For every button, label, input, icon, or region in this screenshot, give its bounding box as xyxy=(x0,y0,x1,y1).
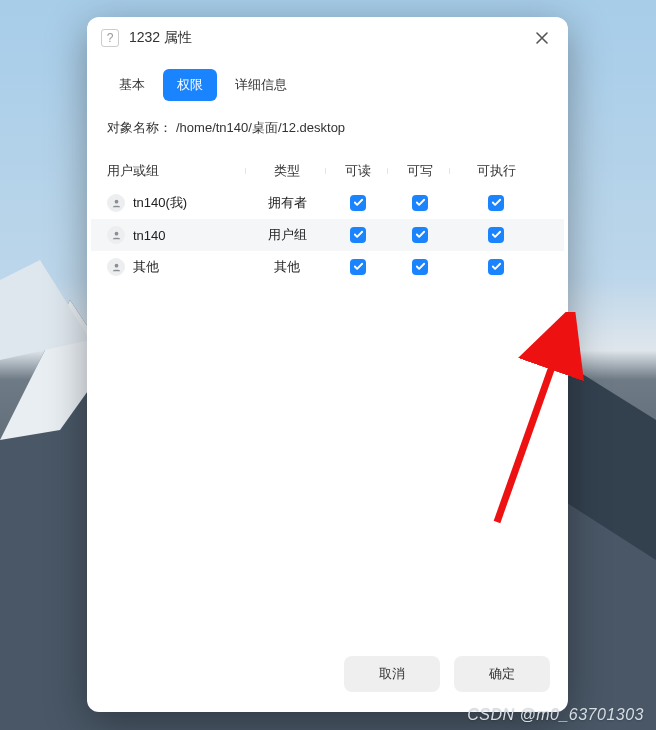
window-title: 1232 属性 xyxy=(129,29,192,47)
watermark-text: CSDN @m0_63701303 xyxy=(467,706,644,724)
table-row: 其他 其他 xyxy=(91,251,564,283)
cancel-button[interactable]: 取消 xyxy=(344,656,440,692)
desktop-wallpaper: ? 1232 属性 基本 权限 详细信息 对象名称： /home/tn140/桌… xyxy=(0,0,656,730)
checkbox-read[interactable] xyxy=(350,227,366,243)
tab-details[interactable]: 详细信息 xyxy=(221,69,301,101)
header-user-or-group: 用户或组 xyxy=(107,162,247,180)
svg-line-7 xyxy=(497,330,565,522)
annotation-arrow-icon xyxy=(387,312,607,532)
row-type: 其他 xyxy=(247,258,327,276)
permissions-table: 用户或组 类型 可读 可写 可执行 tn140(我) 拥有者 tn1 xyxy=(87,155,568,283)
tab-permissions[interactable]: 权限 xyxy=(163,69,217,101)
dialog-footer: 取消 确定 xyxy=(87,640,568,712)
row-type: 用户组 xyxy=(247,226,327,244)
header-type: 类型 xyxy=(247,162,327,180)
user-icon xyxy=(107,258,125,276)
user-icon xyxy=(107,194,125,212)
checkbox-exec[interactable] xyxy=(488,227,504,243)
checkbox-write[interactable] xyxy=(412,227,428,243)
permissions-header-row: 用户或组 类型 可读 可写 可执行 xyxy=(91,155,564,187)
checkbox-exec[interactable] xyxy=(488,195,504,211)
checkbox-read[interactable] xyxy=(350,259,366,275)
row-name: tn140 xyxy=(133,228,166,243)
svg-point-5 xyxy=(114,231,118,235)
properties-dialog: ? 1232 属性 基本 权限 详细信息 对象名称： /home/tn140/桌… xyxy=(87,17,568,712)
row-name: 其他 xyxy=(133,258,159,276)
checkbox-write[interactable] xyxy=(412,259,428,275)
user-icon xyxy=(107,226,125,244)
table-row: tn140(我) 拥有者 xyxy=(91,187,564,219)
svg-point-4 xyxy=(114,199,118,203)
svg-point-6 xyxy=(114,263,118,267)
checkbox-write[interactable] xyxy=(412,195,428,211)
object-name-value: /home/tn140/桌面/12.desktop xyxy=(176,119,345,137)
titlebar: ? 1232 属性 xyxy=(87,17,568,59)
row-type: 拥有者 xyxy=(247,194,327,212)
row-name: tn140(我) xyxy=(133,194,187,212)
ok-button[interactable]: 确定 xyxy=(454,656,550,692)
tab-basic[interactable]: 基本 xyxy=(105,69,159,101)
file-unknown-icon: ? xyxy=(101,29,119,47)
table-row: tn140 用户组 xyxy=(91,219,564,251)
header-exec: 可执行 xyxy=(451,162,541,180)
checkbox-exec[interactable] xyxy=(488,259,504,275)
svg-marker-3 xyxy=(0,260,90,360)
header-read: 可读 xyxy=(327,162,389,180)
close-icon xyxy=(535,31,549,45)
object-name-row: 对象名称： /home/tn140/桌面/12.desktop xyxy=(87,113,568,155)
tab-bar: 基本 权限 详细信息 xyxy=(87,59,568,113)
object-name-label: 对象名称： xyxy=(107,119,172,137)
close-button[interactable] xyxy=(530,26,554,50)
checkbox-read[interactable] xyxy=(350,195,366,211)
header-write: 可写 xyxy=(389,162,451,180)
